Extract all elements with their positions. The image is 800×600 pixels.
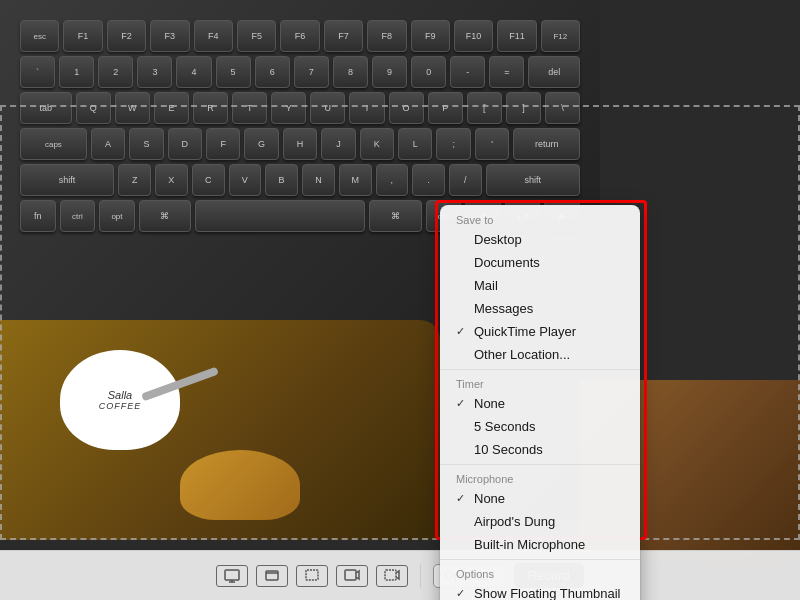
key-o[interactable]: O (389, 92, 424, 124)
key-7[interactable]: 7 (294, 56, 329, 88)
key-d[interactable]: D (168, 128, 202, 160)
key-9[interactable]: 9 (372, 56, 407, 88)
timer-header: Timer (440, 373, 640, 392)
key-y[interactable]: Y (271, 92, 306, 124)
menu-item-desktop-label: Desktop (474, 232, 624, 247)
key-opt-l[interactable]: opt (99, 200, 135, 232)
key-slash[interactable]: / (449, 164, 482, 196)
key-esc[interactable]: esc (20, 20, 59, 52)
key-t[interactable]: T (232, 92, 267, 124)
key-shift-r[interactable]: shift (486, 164, 580, 196)
menu-item-mail[interactable]: Mail (440, 274, 640, 297)
menu-item-documents[interactable]: Documents (440, 251, 640, 274)
key-3[interactable]: 3 (137, 56, 172, 88)
key-comma[interactable]: , (376, 164, 409, 196)
microphone-header: Microphone (440, 468, 640, 487)
check-10sec (456, 444, 468, 456)
key-rbracket[interactable]: ] (506, 92, 541, 124)
record-screen-icon[interactable] (336, 565, 368, 587)
menu-item-messages[interactable]: Messages (440, 297, 640, 320)
menu-item-mic-none[interactable]: ✓ None (440, 487, 640, 510)
key-backtick[interactable]: ` (20, 56, 55, 88)
capture-window-icon[interactable] (256, 565, 288, 587)
menu-item-airpods[interactable]: Airpod's Dung (440, 510, 640, 533)
capture-selection-icon[interactable] (296, 565, 328, 587)
menu-item-timer-none[interactable]: ✓ None (440, 392, 640, 415)
toolbar-separator (420, 564, 421, 588)
key-z[interactable]: Z (118, 164, 151, 196)
key-f[interactable]: F (206, 128, 240, 160)
key-w[interactable]: W (115, 92, 150, 124)
key-quote[interactable]: ' (475, 128, 509, 160)
key-f12[interactable]: F12 (541, 20, 580, 52)
menu-item-floating-thumbnail[interactable]: ✓ Show Floating Thumbnail (440, 582, 640, 600)
key-g[interactable]: G (244, 128, 278, 160)
key-q[interactable]: Q (76, 92, 111, 124)
key-a[interactable]: A (91, 128, 125, 160)
key-m[interactable]: M (339, 164, 372, 196)
key-1[interactable]: 1 (59, 56, 94, 88)
key-caps[interactable]: caps (20, 128, 87, 160)
key-f5[interactable]: F5 (237, 20, 276, 52)
key-r[interactable]: R (193, 92, 228, 124)
key-f9[interactable]: F9 (411, 20, 450, 52)
key-6[interactable]: 6 (255, 56, 290, 88)
key-0[interactable]: 0 (411, 56, 446, 88)
key-4[interactable]: 4 (176, 56, 211, 88)
key-v[interactable]: V (229, 164, 262, 196)
key-tab[interactable]: tab (20, 92, 72, 124)
key-8[interactable]: 8 (333, 56, 368, 88)
key-k[interactable]: K (360, 128, 394, 160)
key-s[interactable]: S (129, 128, 163, 160)
key-f3[interactable]: F3 (150, 20, 189, 52)
key-cmd-l[interactable]: ⌘ (139, 200, 191, 232)
menu-item-builtin-mic[interactable]: Built-in Microphone (440, 533, 640, 556)
key-x[interactable]: X (155, 164, 188, 196)
key-f11[interactable]: F11 (497, 20, 536, 52)
key-i[interactable]: I (349, 92, 384, 124)
key-c[interactable]: C (192, 164, 225, 196)
key-minus[interactable]: - (450, 56, 485, 88)
key-2[interactable]: 2 (98, 56, 133, 88)
key-j[interactable]: J (321, 128, 355, 160)
key-n[interactable]: N (302, 164, 335, 196)
menu-item-other-location[interactable]: Other Location... (440, 343, 640, 366)
key-b[interactable]: B (265, 164, 298, 196)
key-equals[interactable]: = (489, 56, 524, 88)
key-l[interactable]: L (398, 128, 432, 160)
key-backslash[interactable]: \ (545, 92, 580, 124)
capture-whole-screen-icon[interactable] (216, 565, 248, 587)
key-semicolon[interactable]: ; (436, 128, 470, 160)
key-f8[interactable]: F8 (367, 20, 406, 52)
menu-item-desktop[interactable]: Desktop (440, 228, 640, 251)
key-f4[interactable]: F4 (194, 20, 233, 52)
key-u[interactable]: U (310, 92, 345, 124)
key-f6[interactable]: F6 (280, 20, 319, 52)
key-delete[interactable]: del (528, 56, 580, 88)
menu-item-quicktime[interactable]: ✓ QuickTime Player (440, 320, 640, 343)
divider-3 (440, 559, 640, 560)
key-f10[interactable]: F10 (454, 20, 493, 52)
key-space[interactable] (195, 200, 365, 232)
key-ctrl[interactable]: ctrl (60, 200, 96, 232)
key-lbracket[interactable]: [ (467, 92, 502, 124)
key-p[interactable]: P (428, 92, 463, 124)
menu-item-5sec[interactable]: 5 Seconds (440, 415, 640, 438)
key-f2[interactable]: F2 (107, 20, 146, 52)
key-5[interactable]: 5 (216, 56, 251, 88)
key-cmd-r[interactable]: ⌘ (369, 200, 421, 232)
key-shift-l[interactable]: shift (20, 164, 114, 196)
menu-item-10sec[interactable]: 10 Seconds (440, 438, 640, 461)
key-period[interactable]: . (412, 164, 445, 196)
key-fn[interactable]: fn (20, 200, 56, 232)
menu-item-5sec-label: 5 Seconds (474, 419, 624, 434)
coffee-sub: COFFEE (99, 401, 142, 411)
key-h[interactable]: H (283, 128, 317, 160)
key-f1[interactable]: F1 (63, 20, 102, 52)
check-other (456, 349, 468, 361)
key-return[interactable]: return (513, 128, 580, 160)
key-row-1: esc F1 F2 F3 F4 F5 F6 F7 F8 F9 F10 F11 F… (20, 20, 580, 52)
record-selection-icon[interactable] (376, 565, 408, 587)
key-f7[interactable]: F7 (324, 20, 363, 52)
key-e[interactable]: E (154, 92, 189, 124)
